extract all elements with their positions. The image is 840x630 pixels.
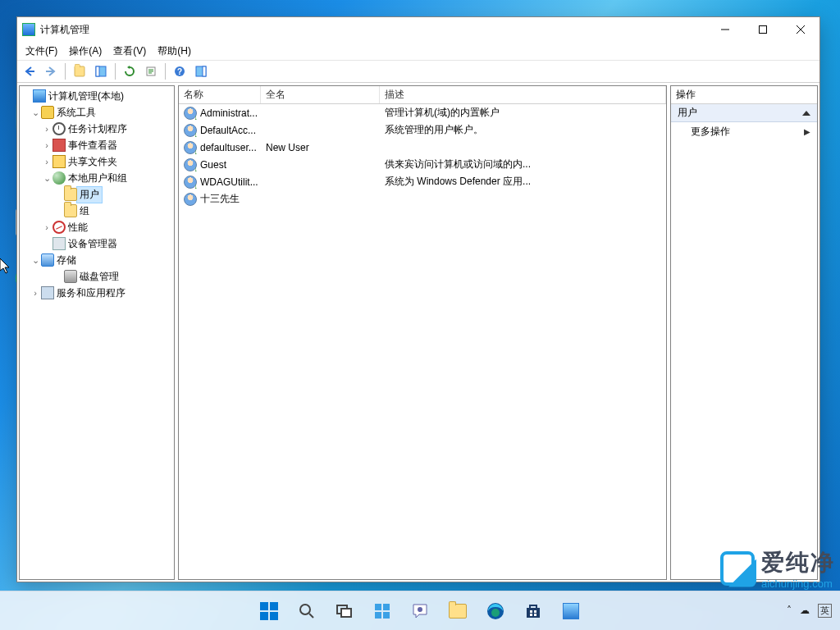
forward-button[interactable] bbox=[42, 62, 60, 80]
store-button[interactable] bbox=[517, 595, 550, 628]
start-button[interactable] bbox=[253, 595, 285, 628]
tree-root[interactable]: 计算机管理(本地) bbox=[46, 89, 126, 104]
performance-icon bbox=[52, 221, 66, 234]
table-row[interactable]: 十三先生 bbox=[179, 190, 666, 208]
tree-usersgroups[interactable]: 本地用户和组 bbox=[66, 171, 130, 186]
chevron-right-icon: ▶ bbox=[804, 127, 810, 136]
menu-view[interactable]: 查看(V) bbox=[108, 43, 151, 60]
col-name[interactable]: 名称 bbox=[179, 86, 261, 103]
col-description[interactable]: 描述 bbox=[380, 86, 666, 103]
user-desc: 系统管理的用户帐户。 bbox=[380, 123, 666, 137]
tree-task[interactable]: 任务计划程序 bbox=[66, 121, 130, 137]
folder-icon bbox=[64, 204, 77, 217]
svg-rect-9 bbox=[270, 602, 278, 610]
tree-devmgr[interactable]: 设备管理器 bbox=[66, 236, 120, 252]
window-title: 计算机管理 bbox=[40, 23, 706, 37]
navigation-tree[interactable]: 计算机管理(本地) ⌄系统工具 ›任务计划程序 ›事件查看器 ›共享文件夹 ⌄本… bbox=[19, 85, 175, 580]
export-button[interactable] bbox=[142, 62, 160, 80]
collapse-icon[interactable]: ⌄ bbox=[30, 255, 41, 266]
actions-more[interactable]: 更多操作 ▶ bbox=[671, 122, 817, 140]
expand-icon[interactable]: › bbox=[41, 222, 52, 232]
user-name: WDAGUtilit... bbox=[200, 176, 258, 188]
toolbar: ? bbox=[17, 60, 819, 83]
actions-header: 操作 bbox=[671, 86, 817, 104]
col-fullname[interactable]: 全名 bbox=[261, 86, 380, 103]
tree-event[interactable]: 事件查看器 bbox=[66, 138, 120, 153]
expand-icon[interactable]: › bbox=[41, 124, 52, 134]
table-row[interactable]: Administrat...管理计算机(域)的内置帐户 bbox=[179, 104, 666, 121]
tree-systools[interactable]: 系统工具 bbox=[54, 105, 98, 121]
table-row[interactable]: WDAGUtilit...系统为 Windows Defender 应用... bbox=[179, 173, 666, 190]
tree-groups[interactable]: 组 bbox=[77, 203, 92, 219]
widgets-button[interactable] bbox=[366, 595, 399, 628]
share-icon bbox=[52, 155, 66, 168]
svg-rect-22 bbox=[530, 610, 532, 613]
svg-rect-17 bbox=[375, 612, 381, 619]
collapse-up-icon bbox=[802, 111, 810, 116]
user-name: DefaultAcc... bbox=[200, 125, 256, 136]
collapse-icon[interactable]: ⌄ bbox=[30, 107, 41, 118]
taskbar[interactable]: ˄ ☁ 英 bbox=[0, 591, 840, 630]
svg-rect-8 bbox=[260, 602, 268, 610]
back-button[interactable] bbox=[21, 62, 39, 80]
show-hide-action-button[interactable] bbox=[192, 62, 210, 80]
table-row[interactable]: Guest供来宾访问计算机或访问域的内... bbox=[179, 156, 666, 173]
user-name: Guest bbox=[200, 159, 226, 171]
svg-point-12 bbox=[300, 605, 310, 614]
minimize-button[interactable] bbox=[706, 17, 744, 42]
explorer-button[interactable] bbox=[441, 595, 474, 628]
event-icon bbox=[52, 139, 66, 152]
search-button[interactable] bbox=[290, 595, 323, 628]
tray-onedrive-icon[interactable]: ☁ bbox=[800, 605, 810, 616]
menu-file[interactable]: 文件(F) bbox=[21, 43, 62, 60]
tree-storage[interactable]: 存储 bbox=[54, 253, 79, 268]
system-tray[interactable]: ˄ ☁ 英 bbox=[787, 591, 832, 630]
expand-icon[interactable]: › bbox=[41, 157, 52, 167]
svg-rect-14 bbox=[341, 609, 351, 617]
user-name: 十三先生 bbox=[200, 192, 240, 206]
table-row[interactable]: DefaultAcc...系统管理的用户帐户。 bbox=[179, 121, 666, 139]
titlebar[interactable]: 计算机管理 bbox=[17, 17, 819, 42]
user-icon bbox=[184, 158, 197, 171]
svg-text:?: ? bbox=[177, 67, 182, 76]
watermark-logo-icon bbox=[720, 551, 755, 586]
user-name: Administrat... bbox=[200, 107, 258, 119]
menu-help[interactable]: 帮助(H) bbox=[153, 43, 196, 60]
actions-section-users[interactable]: 用户 bbox=[671, 104, 817, 122]
svg-rect-24 bbox=[530, 614, 532, 616]
up-button[interactable] bbox=[71, 62, 89, 80]
svg-rect-2 bbox=[96, 66, 99, 76]
list-header: 名称 全名 描述 bbox=[179, 86, 666, 104]
expand-icon[interactable]: › bbox=[30, 288, 41, 298]
refresh-button[interactable] bbox=[121, 62, 139, 80]
collapse-icon[interactable]: ⌄ bbox=[41, 173, 52, 184]
tray-ime-icon[interactable]: 英 bbox=[818, 604, 832, 618]
expand-icon[interactable]: › bbox=[41, 140, 52, 150]
app-icon bbox=[22, 23, 35, 36]
tools-icon bbox=[41, 106, 54, 119]
services-icon bbox=[41, 286, 54, 299]
user-icon bbox=[184, 107, 197, 120]
tree-services[interactable]: 服务和应用程序 bbox=[54, 285, 128, 301]
tray-chevron-icon[interactable]: ˄ bbox=[787, 605, 792, 616]
svg-rect-23 bbox=[534, 610, 536, 613]
mouse-cursor-icon bbox=[0, 258, 11, 275]
table-row[interactable]: defaultuser...New User bbox=[179, 139, 666, 156]
folder-icon bbox=[64, 188, 77, 201]
menu-action[interactable]: 操作(A) bbox=[64, 43, 107, 60]
watermark: 爱纯净 aichunjing.com bbox=[720, 547, 835, 589]
tree-diskmgmt[interactable]: 磁盘管理 bbox=[77, 269, 121, 285]
tree-users[interactable]: 用户 bbox=[77, 187, 102, 203]
edge-button[interactable] bbox=[479, 595, 512, 628]
tree-perf[interactable]: 性能 bbox=[66, 220, 90, 235]
device-icon bbox=[52, 237, 66, 250]
compmgmt-taskbar-button[interactable] bbox=[555, 595, 587, 628]
task-view-button[interactable] bbox=[328, 595, 361, 628]
show-hide-tree-button[interactable] bbox=[92, 62, 110, 80]
help-button[interactable]: ? bbox=[171, 62, 189, 80]
menubar: 文件(F) 操作(A) 查看(V) 帮助(H) bbox=[17, 42, 819, 60]
close-button[interactable] bbox=[782, 17, 819, 42]
maximize-button[interactable] bbox=[744, 17, 782, 42]
chat-button[interactable] bbox=[404, 595, 436, 628]
tree-share[interactable]: 共享文件夹 bbox=[66, 154, 120, 170]
